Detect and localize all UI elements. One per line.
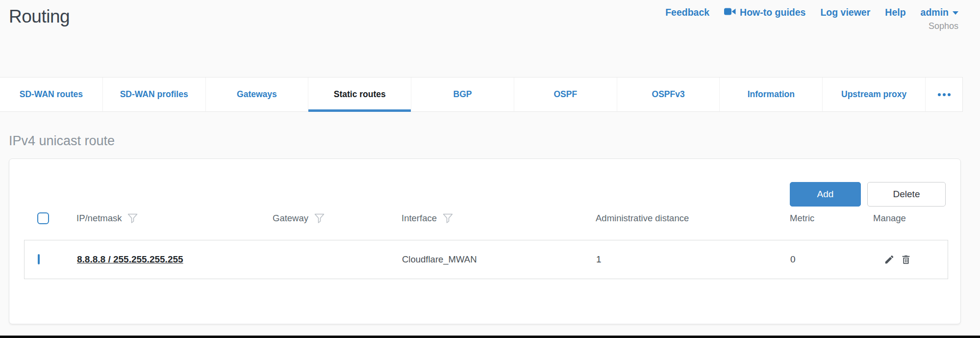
admin-menu-label: admin: [921, 7, 949, 18]
row-checkbox-cell: [25, 255, 77, 264]
top-nav: Feedback How-to guides Log viewer Help a…: [665, 7, 958, 18]
column-label: Gateway: [273, 213, 308, 224]
brand-label: Sophos: [929, 21, 958, 31]
tab-ospf[interactable]: OSPF: [514, 78, 617, 111]
ipv4-unicast-route-panel: Add Delete IP/netmask Gateway Interface …: [9, 158, 961, 324]
filter-icon[interactable]: [313, 212, 325, 224]
edit-pencil-icon[interactable]: [883, 254, 895, 265]
tab-label: Gateways: [237, 89, 277, 100]
delete-trash-icon[interactable]: [900, 254, 912, 265]
more-tabs-button[interactable]: [925, 78, 962, 111]
chevron-down-icon: [953, 11, 958, 15]
tab-ospfv3[interactable]: OSPFv3: [617, 78, 720, 111]
tab-label: BGP: [453, 89, 472, 100]
tab-label: SD-WAN profiles: [120, 89, 188, 100]
column-label: Administrative distance: [596, 213, 689, 224]
tab-static-routes[interactable]: Static routes: [308, 78, 411, 111]
tab-information[interactable]: Information: [719, 78, 822, 111]
column-label: Manage: [873, 213, 906, 224]
column-header-administrative-distance: Administrative distance: [596, 213, 790, 224]
table-header-row: IP/netmask Gateway Interface Administrat…: [24, 206, 948, 231]
how-to-guides-link[interactable]: How-to guides: [724, 7, 805, 18]
add-button[interactable]: Add: [790, 182, 861, 207]
page-title: Routing: [9, 4, 70, 29]
column-label: Metric: [790, 213, 814, 224]
tab-label: SD-WAN routes: [20, 89, 83, 100]
column-header-manage: Manage: [873, 213, 948, 224]
tab-sd-wan-routes[interactable]: SD-WAN routes: [0, 78, 102, 111]
delete-button[interactable]: Delete: [867, 182, 946, 207]
help-link[interactable]: Help: [885, 7, 905, 18]
header-checkbox-cell: [24, 212, 76, 224]
administrative-distance-cell: 1: [596, 254, 790, 265]
video-camera-icon: [724, 7, 736, 18]
feedback-link-label: Feedback: [665, 7, 709, 18]
tab-gateways[interactable]: Gateways: [205, 78, 308, 111]
table-row: 8.8.8.8 / 255.255.255.255 Cloudflare_MWA…: [24, 240, 948, 279]
tab-label: Static routes: [334, 89, 386, 100]
tab-sd-wan-profiles[interactable]: SD-WAN profiles: [102, 78, 205, 111]
ip-netmask-link[interactable]: 8.8.8.8 / 255.255.255.255: [77, 254, 183, 264]
page-header: Routing Feedback How-to guides Log viewe…: [0, 0, 980, 77]
filter-icon[interactable]: [127, 212, 139, 224]
column-header-ip-netmask: IP/netmask: [76, 212, 273, 224]
column-header-gateway: Gateway: [273, 212, 402, 224]
manage-cell: [874, 254, 948, 265]
row-checkbox[interactable]: [38, 254, 40, 264]
select-all-checkbox[interactable]: [37, 212, 49, 224]
tab-upstream-proxy[interactable]: Upstream proxy: [822, 78, 925, 111]
column-header-metric: Metric: [790, 213, 873, 224]
log-viewer-label: Log viewer: [820, 7, 870, 18]
tab-label: Upstream proxy: [841, 89, 906, 100]
ip-netmask-cell: 8.8.8.8 / 255.255.255.255: [77, 254, 273, 265]
column-header-interface: Interface: [402, 212, 596, 224]
top-nav-wrap: Feedback How-to guides Log viewer Help a…: [665, 4, 958, 31]
metric-cell: 0: [790, 254, 874, 265]
log-viewer-link[interactable]: Log viewer: [820, 7, 870, 18]
bottom-bar: [0, 336, 980, 338]
section-title: IPv4 unicast route: [9, 133, 115, 149]
help-label: Help: [885, 7, 905, 18]
filter-icon[interactable]: [442, 212, 453, 224]
column-label: Interface: [402, 213, 437, 224]
interface-cell: Cloudflare_MWAN: [402, 254, 596, 265]
tab-bgp[interactable]: BGP: [411, 78, 514, 111]
column-label: IP/netmask: [76, 213, 122, 224]
table-toolbar: Add Delete: [790, 182, 946, 207]
ellipsis-icon: [938, 93, 951, 96]
how-to-guides-label: How-to guides: [740, 7, 805, 18]
tab-label: Information: [748, 89, 795, 100]
tab-label: OSPF: [553, 89, 577, 100]
feedback-link[interactable]: Feedback: [665, 7, 709, 18]
tab-label: OSPFv3: [652, 89, 685, 100]
routing-tab-bar: SD-WAN routes SD-WAN profiles Gateways S…: [0, 77, 963, 112]
admin-menu[interactable]: admin: [921, 7, 958, 18]
